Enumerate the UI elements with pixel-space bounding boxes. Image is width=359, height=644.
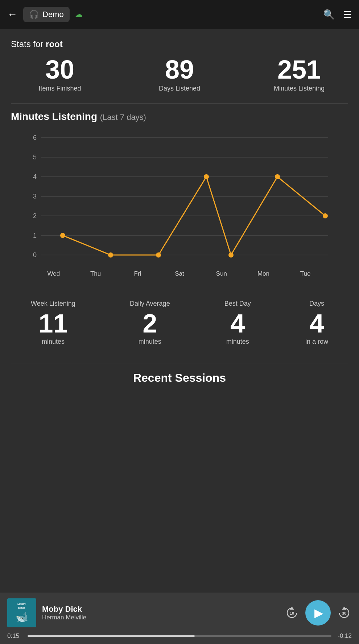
stat-minutes-listening: 251 Minutes Listening	[239, 57, 359, 92]
x-label-tue: Tue	[284, 270, 326, 277]
svg-point-20	[323, 213, 328, 218]
remaining-time: -0:12	[335, 632, 352, 640]
play-icon: ▶	[314, 606, 323, 620]
cover-text: MOBYDICK	[16, 603, 28, 610]
svg-text:2: 2	[33, 212, 37, 219]
forward-button[interactable]: 30	[337, 605, 352, 620]
chart-container: 6 5 4 3 2 1 0	[11, 130, 348, 282]
player-bar: MOBYDICK 🐋 Moby Dick Herman Melville 10 …	[0, 593, 359, 644]
recent-sessions-title: Recent Sessions	[11, 371, 348, 385]
week-listening-unit: minutes	[31, 338, 75, 346]
svg-text:30: 30	[342, 611, 346, 615]
search-icon[interactable]: 🔍	[323, 9, 335, 20]
x-label-mon: Mon	[243, 270, 285, 277]
best-day-label: Best Day	[224, 300, 251, 308]
chart-title: Minutes Listening (Last 7 days)	[11, 111, 348, 122]
days-row-number: 4	[305, 310, 328, 336]
app-title-area[interactable]: 🎧 Demo	[23, 7, 70, 22]
svg-text:6: 6	[33, 134, 37, 141]
headphone-icon: 🎧	[29, 10, 39, 19]
svg-point-15	[108, 252, 113, 258]
current-time: 0:15	[7, 632, 24, 640]
x-label-sun: Sun	[201, 270, 243, 277]
x-label-thu: Thu	[75, 270, 117, 277]
player-info: Moby Dick Herman Melville	[42, 605, 278, 621]
x-label-sat: Sat	[158, 270, 201, 277]
daily-average-label: Daily Average	[130, 300, 170, 308]
menu-icon[interactable]: ☰	[343, 9, 352, 20]
top-stats: 30 Items Finished 89 Days Listened 251 M…	[0, 53, 359, 103]
svg-text:4: 4	[33, 173, 37, 180]
chart-subtitle: (Last 7 days)	[100, 113, 146, 122]
week-listening-label: Week Listening	[31, 300, 75, 308]
best-day-number: 4	[224, 310, 251, 336]
weekly-stat-best-day: Best Day 4 minutes	[224, 300, 251, 346]
weekly-stat-daily-average: Daily Average 2 minutes	[130, 300, 170, 346]
days-row-label: Days	[305, 300, 328, 308]
svg-text:5: 5	[33, 154, 37, 161]
player-title: Moby Dick	[42, 605, 278, 614]
svg-point-16	[156, 252, 161, 258]
days-row-unit: in a row	[305, 338, 328, 346]
items-finished-number: 30	[0, 57, 120, 83]
cloud-icon[interactable]: ☁	[75, 10, 83, 19]
recent-sessions-section: Recent Sessions	[0, 364, 359, 399]
header: ← 🎧 Demo ☁ 🔍 ☰	[0, 0, 359, 29]
stat-items-finished: 30 Items Finished	[0, 57, 120, 92]
daily-average-number: 2	[130, 310, 170, 336]
weekly-stat-days-row: Days 4 in a row	[305, 300, 328, 346]
days-listened-number: 89	[120, 57, 239, 83]
x-label-wed: Wed	[33, 270, 75, 277]
player-top: MOBYDICK 🐋 Moby Dick Herman Melville 10 …	[7, 598, 352, 627]
rewind-button[interactable]: 10	[284, 605, 300, 620]
weekly-stat-week-listening: Week Listening 11 minutes	[31, 300, 75, 346]
back-button[interactable]: ←	[7, 9, 17, 20]
week-listening-number: 11	[31, 310, 75, 336]
weekly-stats: Week Listening 11 minutes Daily Average …	[0, 289, 359, 364]
svg-text:0: 0	[33, 251, 37, 259]
svg-point-19	[275, 174, 280, 179]
progress-fill	[28, 635, 195, 637]
whale-icon: 🐋	[16, 611, 28, 623]
app-title: Demo	[42, 10, 64, 19]
x-label-fri: Fri	[116, 270, 158, 277]
svg-text:3: 3	[33, 193, 37, 200]
svg-point-17	[204, 174, 209, 179]
minutes-listening-label: Minutes Listening	[239, 85, 359, 92]
daily-average-unit: minutes	[130, 338, 170, 346]
best-day-unit: minutes	[224, 338, 251, 346]
player-progress: 0:15 -0:12	[7, 627, 352, 644]
days-listened-label: Days Listened	[120, 85, 239, 92]
player-cover: MOBYDICK 🐋	[7, 598, 36, 627]
svg-point-14	[60, 233, 65, 238]
svg-text:1: 1	[33, 232, 37, 239]
chart-svg: 6 5 4 3 2 1 0	[11, 130, 348, 267]
forward-icon: 30	[337, 605, 352, 620]
stat-days-listened: 89 Days Listened	[120, 57, 239, 92]
chart-x-labels: Wed Thu Fri Sat Sun Mon Tue	[11, 270, 348, 277]
player-controls: 10 ▶ 30	[284, 600, 352, 626]
play-button[interactable]: ▶	[305, 600, 331, 626]
username: root	[46, 39, 63, 49]
progress-bar[interactable]	[28, 635, 331, 637]
rewind-icon: 10	[284, 605, 300, 620]
stats-header: Stats for root	[0, 29, 359, 53]
items-finished-label: Items Finished	[0, 85, 120, 92]
chart-section: Minutes Listening (Last 7 days) 6 5 4 3 …	[0, 104, 359, 289]
player-author: Herman Melville	[42, 614, 278, 621]
svg-text:10: 10	[290, 611, 294, 615]
svg-point-18	[228, 252, 234, 258]
header-right: 🔍 ☰	[323, 9, 352, 20]
minutes-listening-number: 251	[239, 57, 359, 83]
